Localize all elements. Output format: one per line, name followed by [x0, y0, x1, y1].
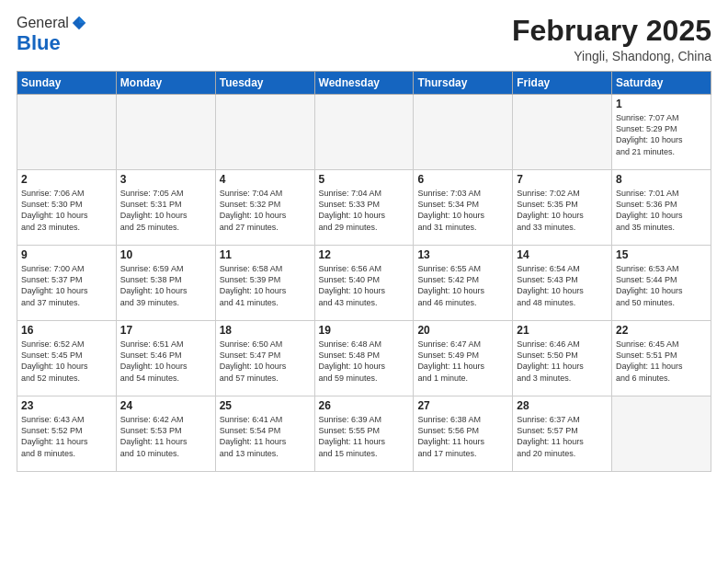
day-info: Sunrise: 7:01 AM Sunset: 5:36 PM Dayligh… [616, 188, 707, 233]
day-info: Sunrise: 6:51 AM Sunset: 5:46 PM Dayligh… [120, 339, 211, 384]
day-info: Sunrise: 7:07 AM Sunset: 5:29 PM Dayligh… [616, 112, 707, 157]
day-info: Sunrise: 6:37 AM Sunset: 5:57 PM Dayligh… [517, 414, 608, 459]
calendar-cell: 5Sunrise: 7:04 AM Sunset: 5:33 PM Daylig… [314, 170, 414, 246]
weekday-sunday: Sunday [17, 72, 117, 95]
calendar-cell: 14Sunrise: 6:54 AM Sunset: 5:43 PM Dayli… [513, 246, 612, 321]
day-number: 23 [21, 399, 112, 412]
calendar-cell: 28Sunrise: 6:37 AM Sunset: 5:57 PM Dayli… [513, 396, 612, 472]
calendar-cell: 1Sunrise: 7:07 AM Sunset: 5:29 PM Daylig… [612, 95, 711, 170]
calendar-cell: 8Sunrise: 7:01 AM Sunset: 5:36 PM Daylig… [612, 170, 711, 246]
calendar-cell: 11Sunrise: 6:58 AM Sunset: 5:39 PM Dayli… [215, 246, 314, 321]
day-info: Sunrise: 6:53 AM Sunset: 5:44 PM Dayligh… [616, 263, 707, 308]
calendar-cell [314, 95, 414, 170]
weekday-friday: Friday [513, 72, 612, 95]
calendar-cell [116, 95, 215, 170]
day-info: Sunrise: 6:48 AM Sunset: 5:48 PM Dayligh… [319, 339, 410, 384]
day-number: 14 [517, 248, 608, 261]
day-info: Sunrise: 6:58 AM Sunset: 5:39 PM Dayligh… [220, 263, 311, 308]
day-info: Sunrise: 6:43 AM Sunset: 5:52 PM Dayligh… [21, 414, 112, 459]
calendar-cell: 6Sunrise: 7:03 AM Sunset: 5:34 PM Daylig… [414, 170, 513, 246]
day-number: 9 [21, 248, 112, 261]
calendar-cell: 9Sunrise: 7:00 AM Sunset: 5:37 PM Daylig… [17, 246, 117, 321]
calendar-cell: 3Sunrise: 7:05 AM Sunset: 5:31 PM Daylig… [116, 170, 215, 246]
calendar-week-3: 16Sunrise: 6:52 AM Sunset: 5:45 PM Dayli… [17, 321, 711, 396]
day-number: 10 [120, 248, 211, 261]
day-info: Sunrise: 7:04 AM Sunset: 5:33 PM Dayligh… [319, 188, 410, 233]
day-number: 1 [616, 98, 707, 110]
calendar-cell: 22Sunrise: 6:45 AM Sunset: 5:51 PM Dayli… [612, 321, 711, 396]
calendar-cell: 7Sunrise: 7:02 AM Sunset: 5:35 PM Daylig… [513, 170, 612, 246]
day-number: 6 [417, 173, 508, 186]
calendar-cell: 19Sunrise: 6:48 AM Sunset: 5:48 PM Dayli… [314, 321, 414, 396]
day-number: 4 [220, 173, 311, 186]
day-number: 15 [616, 248, 707, 261]
logo-general-text: General [17, 15, 69, 31]
calendar-cell [17, 95, 117, 170]
day-number: 18 [220, 324, 311, 337]
day-info: Sunrise: 7:06 AM Sunset: 5:30 PM Dayligh… [21, 188, 112, 233]
calendar-cell: 20Sunrise: 6:47 AM Sunset: 5:49 PM Dayli… [414, 321, 513, 396]
day-info: Sunrise: 7:05 AM Sunset: 5:31 PM Dayligh… [120, 188, 211, 233]
calendar-cell: 26Sunrise: 6:39 AM Sunset: 5:55 PM Dayli… [314, 396, 414, 472]
day-number: 17 [120, 324, 211, 337]
day-info: Sunrise: 6:59 AM Sunset: 5:38 PM Dayligh… [120, 263, 211, 308]
calendar-cell [414, 95, 513, 170]
calendar-cell: 16Sunrise: 6:52 AM Sunset: 5:45 PM Dayli… [17, 321, 117, 396]
svg-marker-1 [79, 17, 85, 23]
day-info: Sunrise: 6:45 AM Sunset: 5:51 PM Dayligh… [616, 339, 707, 384]
calendar-cell: 2Sunrise: 7:06 AM Sunset: 5:30 PM Daylig… [17, 170, 117, 246]
day-info: Sunrise: 6:41 AM Sunset: 5:54 PM Dayligh… [220, 414, 311, 459]
day-number: 20 [417, 324, 508, 337]
logo-blue-text: Blue [17, 31, 61, 55]
day-info: Sunrise: 6:38 AM Sunset: 5:56 PM Dayligh… [417, 414, 508, 459]
logo-icon [71, 15, 87, 31]
day-number: 5 [319, 173, 410, 186]
logo: General Blue [17, 15, 87, 55]
day-info: Sunrise: 6:39 AM Sunset: 5:55 PM Dayligh… [319, 414, 410, 459]
day-number: 27 [417, 399, 508, 412]
calendar-week-2: 9Sunrise: 7:00 AM Sunset: 5:37 PM Daylig… [17, 246, 711, 321]
calendar-week-1: 2Sunrise: 7:06 AM Sunset: 5:30 PM Daylig… [17, 170, 711, 246]
calendar-week-0: 1Sunrise: 7:07 AM Sunset: 5:29 PM Daylig… [17, 95, 711, 170]
calendar-cell: 27Sunrise: 6:38 AM Sunset: 5:56 PM Dayli… [414, 396, 513, 472]
day-info: Sunrise: 6:42 AM Sunset: 5:53 PM Dayligh… [120, 414, 211, 459]
weekday-tuesday: Tuesday [215, 72, 314, 95]
day-number: 24 [120, 399, 211, 412]
calendar-week-4: 23Sunrise: 6:43 AM Sunset: 5:52 PM Dayli… [17, 396, 711, 472]
day-info: Sunrise: 7:02 AM Sunset: 5:35 PM Dayligh… [517, 188, 608, 233]
day-info: Sunrise: 7:03 AM Sunset: 5:34 PM Dayligh… [417, 188, 508, 233]
weekday-saturday: Saturday [612, 72, 711, 95]
calendar-cell: 24Sunrise: 6:42 AM Sunset: 5:53 PM Dayli… [116, 396, 215, 472]
day-info: Sunrise: 6:46 AM Sunset: 5:50 PM Dayligh… [517, 339, 608, 384]
calendar-cell: 23Sunrise: 6:43 AM Sunset: 5:52 PM Dayli… [17, 396, 117, 472]
day-number: 11 [220, 248, 311, 261]
day-info: Sunrise: 6:52 AM Sunset: 5:45 PM Dayligh… [21, 339, 112, 384]
day-number: 8 [616, 173, 707, 186]
calendar-cell: 12Sunrise: 6:56 AM Sunset: 5:40 PM Dayli… [314, 246, 414, 321]
day-number: 16 [21, 324, 112, 337]
title-block: February 2025 Yingli, Shandong, China [512, 15, 711, 63]
calendar-cell: 4Sunrise: 7:04 AM Sunset: 5:32 PM Daylig… [215, 170, 314, 246]
location-subtitle: Yingli, Shandong, China [512, 49, 711, 63]
page: General Blue February 2025 Yingli, Shand… [0, 0, 728, 563]
calendar-cell [513, 95, 612, 170]
day-number: 3 [120, 173, 211, 186]
weekday-wednesday: Wednesday [314, 72, 414, 95]
day-info: Sunrise: 6:56 AM Sunset: 5:40 PM Dayligh… [319, 263, 410, 308]
calendar-table: SundayMondayTuesdayWednesdayThursdayFrid… [17, 71, 711, 472]
day-number: 2 [21, 173, 112, 186]
day-number: 28 [517, 399, 608, 412]
day-info: Sunrise: 7:00 AM Sunset: 5:37 PM Dayligh… [21, 263, 112, 308]
day-number: 22 [616, 324, 707, 337]
day-number: 25 [220, 399, 311, 412]
day-number: 19 [319, 324, 410, 337]
header: General Blue February 2025 Yingli, Shand… [17, 15, 711, 63]
calendar-cell [215, 95, 314, 170]
day-info: Sunrise: 6:54 AM Sunset: 5:43 PM Dayligh… [517, 263, 608, 308]
day-info: Sunrise: 6:50 AM Sunset: 5:47 PM Dayligh… [220, 339, 311, 384]
month-title: February 2025 [512, 15, 711, 47]
calendar-cell: 15Sunrise: 6:53 AM Sunset: 5:44 PM Dayli… [612, 246, 711, 321]
day-info: Sunrise: 6:47 AM Sunset: 5:49 PM Dayligh… [417, 339, 508, 384]
day-number: 26 [319, 399, 410, 412]
weekday-monday: Monday [116, 72, 215, 95]
